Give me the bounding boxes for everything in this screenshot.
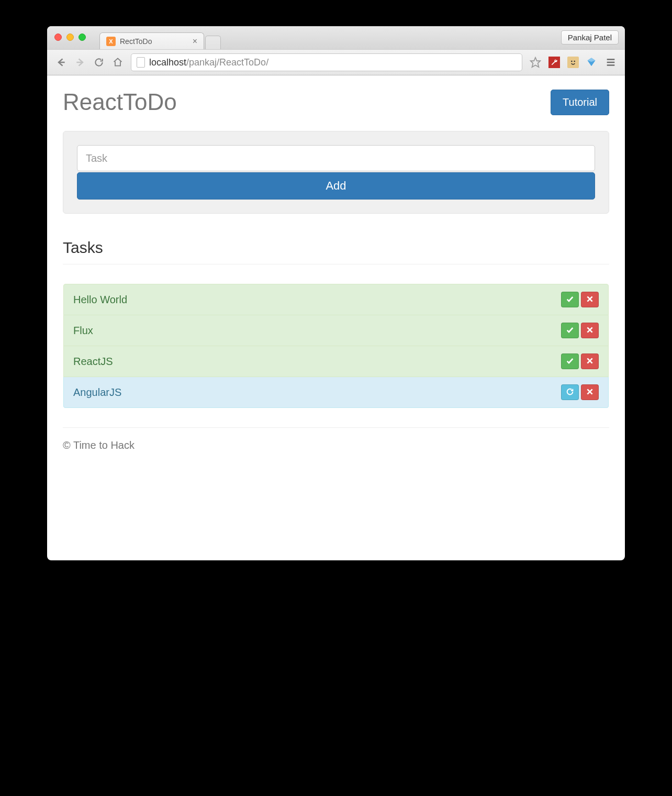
minimize-window-button[interactable] [66,34,74,41]
task-row: Hello World [63,284,609,315]
complete-task-button[interactable] [561,353,579,369]
tutorial-button[interactable]: Tutorial [551,90,609,115]
browser-toolbar: localhost/pankaj/ReactToDo/ [47,49,625,75]
close-icon [586,386,594,399]
add-task-panel: Add [63,131,609,214]
delete-task-button[interactable] [581,384,599,400]
new-tab-button[interactable] [205,36,221,49]
browser-window: X RectToDo × Pankaj Patel localhost/pank… [47,26,625,560]
back-button[interactable] [55,57,67,68]
tab-title: RectToDo [120,37,152,46]
svg-marker-0 [531,58,540,67]
task-row: AngularJS [63,377,609,408]
task-actions [561,353,599,369]
page-header: ReactToDo Tutorial [63,89,609,115]
task-row: ReactJS [63,346,609,377]
maximize-window-button[interactable] [79,34,86,41]
titlebar: X RectToDo × Pankaj Patel [47,26,625,49]
browser-tab[interactable]: X RectToDo × [99,32,204,49]
footer-text: © Time to Hack [63,439,609,451]
forward-button[interactable] [74,57,86,68]
extension-smiley-icon[interactable] [567,57,579,68]
xampp-favicon-icon: X [106,37,116,46]
home-button[interactable] [112,57,124,68]
close-icon [586,356,594,368]
url-path: /pankaj/ReactToDo/ [186,57,268,68]
user-profile-chip[interactable]: Pankaj Patel [561,30,619,45]
task-row: Flux [63,315,609,346]
extension-diamond-icon[interactable] [586,57,598,68]
complete-task-button[interactable] [561,292,579,307]
add-button[interactable]: Add [77,172,595,200]
svg-point-2 [574,61,575,62]
close-tab-icon[interactable]: × [193,37,197,46]
task-list: Hello WorldFluxReactJSAngularJS [63,283,609,408]
divider [63,264,609,264]
reset-task-button[interactable] [561,384,579,400]
page-icon [137,57,145,68]
task-actions [561,323,599,338]
traffic-lights [54,34,86,41]
check-icon [566,356,574,368]
delete-task-button[interactable] [581,353,599,369]
task-actions [561,384,599,400]
check-icon [566,325,574,337]
task-actions [561,292,599,307]
check-icon [566,294,574,306]
task-text: Flux [73,325,93,337]
url-host: localhost [149,57,186,68]
refresh-icon [566,386,574,399]
tabs-region: X RectToDo × [99,26,620,49]
close-window-button[interactable] [54,34,62,41]
menu-icon[interactable] [605,57,617,68]
page-content: ReactToDo Tutorial Add Tasks Hello World… [47,75,625,467]
bookmark-star-icon[interactable] [530,57,541,68]
svg-point-1 [571,61,573,62]
reload-button[interactable] [93,57,105,68]
close-icon [586,294,594,306]
task-text: AngularJS [73,386,121,399]
footer-divider [63,427,609,428]
extension-wrench-icon[interactable] [548,57,560,68]
delete-task-button[interactable] [581,323,599,338]
complete-task-button[interactable] [561,323,579,338]
task-text: ReactJS [73,356,113,368]
close-icon [586,325,594,337]
task-text: Hello World [73,294,127,306]
delete-task-button[interactable] [581,292,599,307]
address-bar[interactable]: localhost/pankaj/ReactToDo/ [131,53,522,71]
task-input[interactable] [77,145,595,171]
page-title: ReactToDo [63,89,177,115]
tasks-heading: Tasks [63,239,609,257]
